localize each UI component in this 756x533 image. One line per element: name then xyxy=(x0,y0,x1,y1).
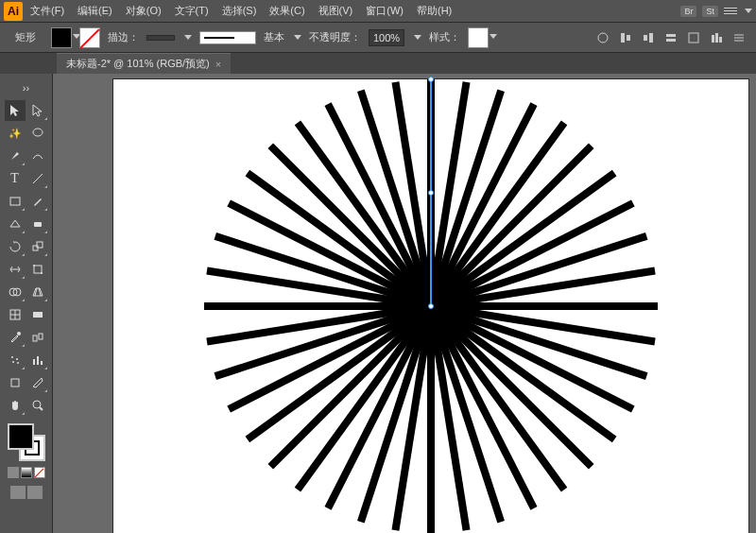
svg-point-18 xyxy=(33,265,35,266)
svg-point-11 xyxy=(33,129,43,136)
opacity-label: 不透明度： xyxy=(309,30,361,44)
width-tool[interactable] xyxy=(5,259,26,280)
screen-mode-button[interactable] xyxy=(27,486,43,499)
workspace-dropdown-icon[interactable] xyxy=(745,9,752,13)
menu-view[interactable]: 视图(V) xyxy=(313,2,359,20)
arrange-documents-icon[interactable] xyxy=(724,8,737,14)
blend-tool[interactable] xyxy=(27,327,48,348)
more-options-icon[interactable] xyxy=(730,28,748,47)
eraser-tool[interactable] xyxy=(27,214,48,234)
paintbrush-tool[interactable] xyxy=(27,191,48,212)
fill-stroke-swatches[interactable] xyxy=(6,421,47,463)
menu-file[interactable]: 文件(F) xyxy=(25,2,70,20)
column-graph-tool[interactable] xyxy=(27,350,48,370)
free-transform-tool[interactable] xyxy=(27,259,48,280)
svg-line-12 xyxy=(33,174,43,183)
slice-tool[interactable] xyxy=(27,372,48,393)
svg-rect-23 xyxy=(33,312,43,318)
lasso-tool[interactable] xyxy=(27,123,48,144)
svg-point-29 xyxy=(12,361,14,363)
tools-panel: ›› ✨ T xyxy=(0,74,53,533)
svg-rect-25 xyxy=(33,335,37,341)
svg-point-30 xyxy=(17,362,19,364)
align-left-icon[interactable] xyxy=(616,28,635,47)
curvature-tool[interactable] xyxy=(27,146,48,166)
svg-rect-31 xyxy=(33,359,35,365)
selection-handle-bottom[interactable] xyxy=(428,303,434,309)
menu-effect[interactable]: 效果(C) xyxy=(264,2,310,20)
rotate-tool[interactable] xyxy=(5,236,26,257)
gradient-tool[interactable] xyxy=(27,304,48,325)
pen-tool[interactable] xyxy=(5,146,26,166)
hand-tool[interactable] xyxy=(5,395,26,416)
bridge-badge[interactable]: Br xyxy=(680,6,696,17)
menu-help[interactable]: 帮助(H) xyxy=(411,2,457,20)
svg-rect-4 xyxy=(649,33,653,43)
menu-type[interactable]: 文字(T) xyxy=(169,2,215,20)
rectangle-tool[interactable] xyxy=(5,191,26,212)
stroke-profile-preview[interactable] xyxy=(199,31,256,44)
svg-point-24 xyxy=(17,332,21,335)
app-logo: Ai xyxy=(4,2,23,21)
svg-rect-2 xyxy=(627,35,630,41)
stroke-weight-dropdown-icon[interactable] xyxy=(184,35,192,40)
symbol-sprayer-tool[interactable] xyxy=(5,350,26,370)
magic-wand-tool[interactable]: ✨ xyxy=(5,123,26,144)
color-mode-buttons xyxy=(8,467,45,478)
recolor-icon[interactable] xyxy=(593,28,612,47)
perspective-grid-tool[interactable] xyxy=(27,282,48,302)
align-center-icon[interactable] xyxy=(639,28,658,47)
svg-rect-9 xyxy=(715,33,718,43)
selection-handle-top[interactable] xyxy=(428,77,434,82)
transform-icon[interactable] xyxy=(684,28,703,47)
svg-rect-26 xyxy=(39,334,43,339)
gradient-mode-button[interactable] xyxy=(21,467,32,478)
opacity-input[interactable]: 100% xyxy=(369,29,404,46)
close-tab-icon[interactable]: × xyxy=(215,59,221,70)
stock-badge[interactable]: St xyxy=(702,6,718,17)
zoom-tool[interactable] xyxy=(27,395,48,416)
svg-rect-33 xyxy=(41,361,43,365)
svg-rect-7 xyxy=(689,33,698,43)
mesh-tool[interactable] xyxy=(5,304,26,325)
workspace: ›› ✨ T xyxy=(0,74,756,533)
direct-selection-tool[interactable] xyxy=(27,100,48,121)
document-tab[interactable]: 未标题-2* @ 101% (RGB/预览) × xyxy=(57,53,231,74)
shape-builder-tool[interactable] xyxy=(5,282,26,302)
line-tool[interactable] xyxy=(27,168,48,189)
graphic-style-swatch[interactable] xyxy=(468,27,489,48)
type-tool[interactable]: T xyxy=(5,168,26,189)
isolate-icon[interactable] xyxy=(707,28,726,47)
fill-color-swatch[interactable] xyxy=(8,423,34,450)
canvas-area[interactable] xyxy=(53,74,756,533)
artboard-tool[interactable] xyxy=(5,372,26,393)
menu-edit[interactable]: 编辑(E) xyxy=(72,2,118,20)
svg-rect-6 xyxy=(666,39,676,42)
menu-object[interactable]: 对象(O) xyxy=(120,2,167,20)
stroke-swatch[interactable] xyxy=(79,27,100,48)
stroke-weight-input[interactable] xyxy=(146,35,175,41)
eyedropper-tool[interactable] xyxy=(5,327,26,348)
opacity-dropdown-icon[interactable] xyxy=(414,35,421,40)
stroke-style-dropdown-icon[interactable] xyxy=(294,35,301,40)
screen-mode-buttons xyxy=(10,486,43,499)
panel-grip-icon[interactable]: ›› xyxy=(16,77,37,98)
control-toolbar: 矩形 描边： 基本 不透明度： 100% 样式： xyxy=(0,23,756,53)
color-mode-button[interactable] xyxy=(8,467,19,478)
svg-point-27 xyxy=(11,356,13,358)
selection-tool[interactable] xyxy=(5,100,26,121)
menu-window[interactable]: 窗口(W) xyxy=(360,2,409,20)
none-mode-button[interactable] xyxy=(34,467,45,478)
menu-select[interactable]: 选择(S) xyxy=(216,2,263,20)
draw-normal-button[interactable] xyxy=(10,486,26,499)
fill-swatch[interactable] xyxy=(51,27,72,48)
shaper-tool[interactable] xyxy=(5,214,26,234)
artboard[interactable] xyxy=(113,79,748,533)
align-right-icon[interactable] xyxy=(662,28,680,47)
stroke-style-label: 基本 xyxy=(264,30,284,44)
document-tabbar: 未标题-2* @ 101% (RGB/预览) × xyxy=(0,53,756,74)
starburst-ray[interactable] xyxy=(431,302,658,310)
selection-handle-mid[interactable] xyxy=(428,190,434,196)
scale-tool[interactable] xyxy=(27,236,48,257)
svg-rect-34 xyxy=(11,379,19,387)
